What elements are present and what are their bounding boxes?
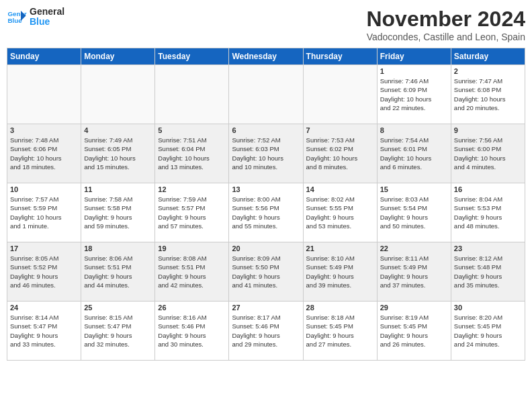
calendar-cell: 7Sunrise: 7:53 AM Sunset: 6:02 PM Daylig…: [303, 124, 377, 183]
calendar-cell: 24Sunrise: 8:14 AM Sunset: 5:47 PM Dayli…: [7, 302, 81, 361]
day-number: 15: [380, 185, 448, 193]
calendar-cell: 6Sunrise: 7:52 AM Sunset: 6:03 PM Daylig…: [229, 124, 303, 183]
day-number: 18: [84, 244, 152, 253]
day-number: 25: [84, 304, 152, 312]
day-number: 14: [306, 185, 374, 193]
day-info: Sunrise: 7:51 AM Sunset: 6:04 PM Dayligh…: [158, 136, 226, 171]
day-number: 28: [306, 304, 374, 312]
day-info: Sunrise: 8:18 AM Sunset: 5:45 PM Dayligh…: [306, 313, 374, 349]
day-info: Sunrise: 8:05 AM Sunset: 5:52 PM Dayligh…: [10, 254, 78, 289]
calendar-cell: [303, 65, 377, 124]
day-number: 1: [380, 67, 448, 75]
calendar-cell: 22Sunrise: 8:11 AM Sunset: 5:49 PM Dayli…: [377, 242, 451, 302]
calendar-cell: [81, 65, 155, 124]
day-info: Sunrise: 8:17 AM Sunset: 5:46 PM Dayligh…: [232, 313, 300, 349]
calendar-cell: 18Sunrise: 8:06 AM Sunset: 5:51 PM Dayli…: [81, 242, 155, 302]
day-info: Sunrise: 7:53 AM Sunset: 6:02 PM Dayligh…: [306, 136, 374, 171]
calendar-cell: [155, 65, 229, 124]
day-number: 22: [380, 244, 448, 253]
calendar-cell: 13Sunrise: 8:00 AM Sunset: 5:56 PM Dayli…: [229, 183, 303, 242]
day-info: Sunrise: 7:52 AM Sunset: 6:03 PM Dayligh…: [232, 136, 300, 171]
day-number: 17: [10, 244, 78, 253]
day-number: 16: [454, 185, 522, 193]
day-number: 23: [454, 244, 522, 253]
day-info: Sunrise: 8:00 AM Sunset: 5:56 PM Dayligh…: [232, 195, 300, 230]
day-number: 20: [232, 244, 300, 253]
day-number: 19: [158, 244, 226, 253]
day-number: 10: [10, 185, 78, 193]
calendar-cell: 9Sunrise: 7:56 AM Sunset: 6:00 PM Daylig…: [451, 124, 525, 183]
day-info: Sunrise: 7:47 AM Sunset: 6:08 PM Dayligh…: [454, 77, 522, 112]
day-number: 13: [232, 185, 300, 193]
svg-text:Blue: Blue: [8, 17, 23, 24]
calendar-week-row: 1Sunrise: 7:46 AM Sunset: 6:09 PM Daylig…: [7, 65, 525, 124]
logo-icon: General Blue: [7, 7, 27, 27]
day-info: Sunrise: 8:11 AM Sunset: 5:49 PM Dayligh…: [380, 254, 448, 289]
calendar-cell: 26Sunrise: 8:16 AM Sunset: 5:46 PM Dayli…: [155, 302, 229, 361]
day-number: 2: [454, 67, 522, 75]
day-info: Sunrise: 8:08 AM Sunset: 5:51 PM Dayligh…: [158, 254, 226, 289]
calendar-cell: 19Sunrise: 8:08 AM Sunset: 5:51 PM Dayli…: [155, 242, 229, 302]
calendar-cell: [7, 65, 81, 124]
weekday-header: Tuesday: [155, 48, 229, 65]
calendar-cell: 25Sunrise: 8:15 AM Sunset: 5:47 PM Dayli…: [81, 302, 155, 361]
day-number: 30: [454, 304, 522, 312]
calendar-cell: 11Sunrise: 7:58 AM Sunset: 5:58 PM Dayli…: [81, 183, 155, 242]
day-info: Sunrise: 7:56 AM Sunset: 6:00 PM Dayligh…: [454, 136, 522, 171]
calendar-cell: 8Sunrise: 7:54 AM Sunset: 6:01 PM Daylig…: [377, 124, 451, 183]
day-number: 27: [232, 304, 300, 312]
calendar-cell: 21Sunrise: 8:10 AM Sunset: 5:49 PM Dayli…: [303, 242, 377, 302]
calendar-cell: 4Sunrise: 7:49 AM Sunset: 6:05 PM Daylig…: [81, 124, 155, 183]
day-info: Sunrise: 8:06 AM Sunset: 5:51 PM Dayligh…: [84, 254, 152, 289]
day-info: Sunrise: 7:54 AM Sunset: 6:01 PM Dayligh…: [380, 136, 448, 171]
logo-line1: General: [30, 7, 64, 17]
weekday-header: Saturday: [451, 48, 525, 65]
weekday-header: Friday: [377, 48, 451, 65]
calendar-cell: 23Sunrise: 8:12 AM Sunset: 5:48 PM Dayli…: [451, 242, 525, 302]
calendar-week-row: 10Sunrise: 7:57 AM Sunset: 5:59 PM Dayli…: [7, 183, 525, 242]
calendar-cell: 1Sunrise: 7:46 AM Sunset: 6:09 PM Daylig…: [377, 65, 451, 124]
calendar-cell: 5Sunrise: 7:51 AM Sunset: 6:04 PM Daylig…: [155, 124, 229, 183]
location-subtitle: Vadocondes, Castille and Leon, Spain: [366, 32, 525, 42]
calendar-cell: 15Sunrise: 8:03 AM Sunset: 5:54 PM Dayli…: [377, 183, 451, 242]
calendar-cell: 20Sunrise: 8:09 AM Sunset: 5:50 PM Dayli…: [229, 242, 303, 302]
day-info: Sunrise: 8:10 AM Sunset: 5:49 PM Dayligh…: [306, 254, 374, 289]
day-info: Sunrise: 8:14 AM Sunset: 5:47 PM Dayligh…: [10, 313, 78, 349]
logo-line2: Blue: [30, 17, 64, 27]
day-number: 5: [158, 126, 226, 134]
calendar-cell: 3Sunrise: 7:48 AM Sunset: 6:06 PM Daylig…: [7, 124, 81, 183]
day-info: Sunrise: 7:46 AM Sunset: 6:09 PM Dayligh…: [380, 77, 448, 112]
month-title: November 2024: [366, 7, 525, 32]
day-number: 9: [454, 126, 522, 134]
day-number: 21: [306, 244, 374, 253]
day-info: Sunrise: 8:02 AM Sunset: 5:55 PM Dayligh…: [306, 195, 374, 230]
calendar-cell: 2Sunrise: 7:47 AM Sunset: 6:08 PM Daylig…: [451, 65, 525, 124]
day-number: 26: [158, 304, 226, 312]
day-number: 3: [10, 126, 78, 134]
calendar-cell: 14Sunrise: 8:02 AM Sunset: 5:55 PM Dayli…: [303, 183, 377, 242]
calendar-table: SundayMondayTuesdayWednesdayThursdayFrid…: [7, 48, 525, 361]
calendar-cell: 12Sunrise: 7:59 AM Sunset: 5:57 PM Dayli…: [155, 183, 229, 242]
day-number: 4: [84, 126, 152, 134]
day-number: 12: [158, 185, 226, 193]
day-info: Sunrise: 8:09 AM Sunset: 5:50 PM Dayligh…: [232, 254, 300, 289]
day-number: 11: [84, 185, 152, 193]
day-info: Sunrise: 8:20 AM Sunset: 5:45 PM Dayligh…: [454, 313, 522, 349]
calendar-cell: 29Sunrise: 8:19 AM Sunset: 5:45 PM Dayli…: [377, 302, 451, 361]
day-info: Sunrise: 7:58 AM Sunset: 5:58 PM Dayligh…: [84, 195, 152, 230]
day-info: Sunrise: 8:15 AM Sunset: 5:47 PM Dayligh…: [84, 313, 152, 349]
day-info: Sunrise: 8:04 AM Sunset: 5:53 PM Dayligh…: [454, 195, 522, 230]
day-info: Sunrise: 7:57 AM Sunset: 5:59 PM Dayligh…: [10, 195, 78, 230]
calendar-week-row: 24Sunrise: 8:14 AM Sunset: 5:47 PM Dayli…: [7, 302, 525, 361]
calendar-cell: 10Sunrise: 7:57 AM Sunset: 5:59 PM Dayli…: [7, 183, 81, 242]
day-info: Sunrise: 8:03 AM Sunset: 5:54 PM Dayligh…: [380, 195, 448, 230]
calendar-header-row: SundayMondayTuesdayWednesdayThursdayFrid…: [7, 48, 525, 65]
calendar-week-row: 17Sunrise: 8:05 AM Sunset: 5:52 PM Dayli…: [7, 242, 525, 302]
day-info: Sunrise: 8:16 AM Sunset: 5:46 PM Dayligh…: [158, 313, 226, 349]
day-info: Sunrise: 7:48 AM Sunset: 6:06 PM Dayligh…: [10, 136, 78, 171]
weekday-header: Sunday: [7, 48, 81, 65]
day-info: Sunrise: 7:49 AM Sunset: 6:05 PM Dayligh…: [84, 136, 152, 171]
calendar-cell: 27Sunrise: 8:17 AM Sunset: 5:46 PM Dayli…: [229, 302, 303, 361]
weekday-header: Wednesday: [229, 48, 303, 65]
calendar-cell: 28Sunrise: 8:18 AM Sunset: 5:45 PM Dayli…: [303, 302, 377, 361]
